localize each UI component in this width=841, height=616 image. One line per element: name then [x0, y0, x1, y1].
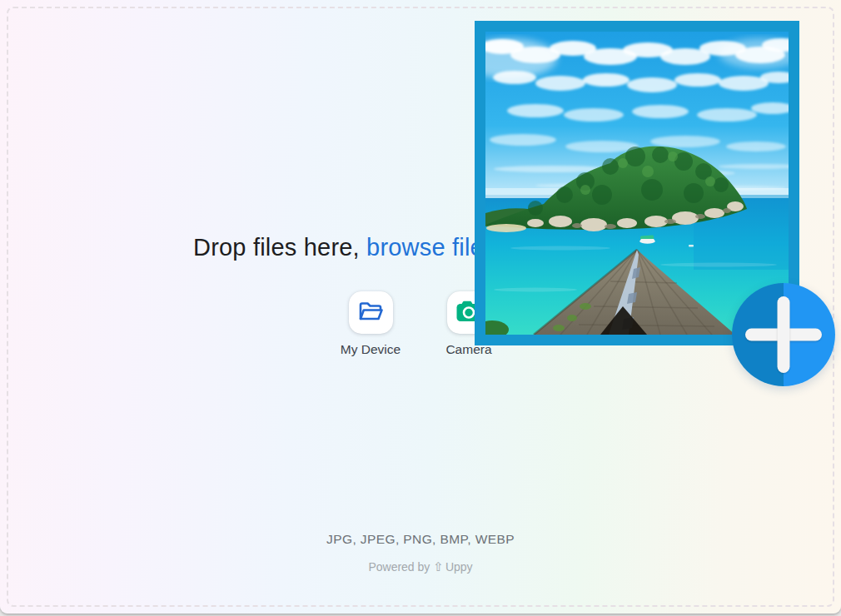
folder-icon	[356, 300, 385, 325]
accepted-formats-note: JPG, JPEG, PNG, BMP, WEBP	[0, 532, 841, 547]
add-more-files-button[interactable]	[732, 283, 835, 386]
uppy-logo-icon: ⇧	[433, 559, 444, 574]
my-device-label: My Device	[341, 342, 401, 357]
drop-prompt: Drop files here, browse files	[193, 234, 496, 261]
plus-icon	[732, 283, 835, 386]
powered-by-label: Powered by	[368, 560, 430, 574]
my-device-button[interactable]	[349, 291, 393, 334]
source-my-device: My Device	[325, 291, 416, 357]
drop-prompt-text: Drop files here,	[193, 234, 366, 261]
uppy-brand-name: Uppy	[445, 560, 473, 574]
file-uploader-dropzone[interactable]: Drop files here, browse files My Device	[0, 0, 841, 614]
powered-by-uppy: Powered by⇧Uppy	[0, 559, 841, 574]
